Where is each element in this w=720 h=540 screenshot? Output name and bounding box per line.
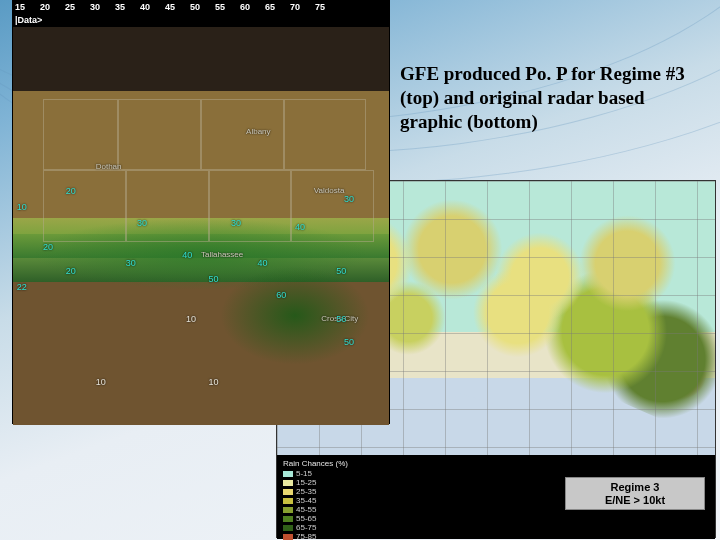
city-albany: Albany (246, 127, 270, 136)
ruler-tick: 30 (90, 2, 115, 15)
ruler-tick: 15 (15, 2, 40, 15)
legend-swatch (283, 516, 293, 522)
contour-20: 20 (66, 266, 76, 276)
legend-swatch (283, 507, 293, 513)
contour-50: 50 (344, 337, 354, 347)
legend-label: 35-45 (296, 497, 316, 505)
contour-56: 56 (336, 314, 346, 324)
contour-22: 22 (17, 282, 27, 292)
regime-label: Regime 3 E/NE > 10kt (565, 477, 705, 510)
contour-10: 10 (209, 377, 219, 387)
ruler: 15202530354045505560657075 (13, 1, 389, 15)
legend-row: 75-85 (283, 533, 709, 540)
contour-50: 50 (336, 266, 346, 276)
legend-swatch (283, 525, 293, 531)
contour-40: 40 (257, 258, 267, 268)
ruler-tick: 70 (290, 2, 315, 15)
contour-50: 50 (209, 274, 219, 284)
city-tallahassee: Tallahassee (201, 250, 243, 259)
legend-label: 75-85 (296, 533, 316, 540)
legend-swatch (283, 471, 293, 477)
regime-line2: E/NE > 10kt (570, 494, 700, 507)
contour-30: 30 (126, 258, 136, 268)
contour-10: 10 (17, 202, 27, 212)
ruler-tick: 50 (190, 2, 215, 15)
ruler-tick: 40 (140, 2, 165, 15)
legend-label: 55-65 (296, 515, 316, 523)
contour-30: 30 (231, 218, 241, 228)
contour-30: 30 (137, 218, 147, 228)
ruler-tick: 65 (265, 2, 290, 15)
legend-label: 45-55 (296, 506, 316, 514)
legend-title: Rain Chances (%) (283, 459, 709, 468)
city-dothan: Dothan (96, 162, 122, 171)
caption-text: GFE produced Po. P for Regime #3 (top) a… (400, 62, 690, 133)
city-valdosta: Valdosta (314, 186, 345, 195)
ruler-tick: 45 (165, 2, 190, 15)
contour-20: 20 (43, 242, 53, 252)
ruler-tick: 35 (115, 2, 140, 15)
contour-10: 10 (96, 377, 106, 387)
legend-swatch (283, 480, 293, 486)
legend-row: 65-75 (283, 524, 709, 532)
contour-30: 30 (344, 194, 354, 204)
radar-map-footer: Rain Chances (%) 5-1515-2525-3535-4545-5… (277, 455, 715, 539)
gfe-map-body: Albany Dothan Valdosta Tallahassee Cross… (13, 27, 389, 425)
contour-10: 10 (186, 314, 196, 324)
ruler-tick: 60 (240, 2, 265, 15)
ruler-tick: 20 (40, 2, 65, 15)
map-header: |Data> (13, 15, 389, 27)
contour-40: 40 (295, 222, 305, 232)
legend-swatch (283, 498, 293, 504)
ruler-tick: 25 (65, 2, 90, 15)
legend-label: 5-15 (296, 470, 312, 478)
regime-line1: Regime 3 (570, 481, 700, 494)
legend-label: 15-25 (296, 479, 316, 487)
ruler-tick: 75 (315, 2, 340, 15)
legend-swatch (283, 489, 293, 495)
legend-swatch (283, 534, 293, 540)
legend-row: 55-65 (283, 515, 709, 523)
gfe-map-top: 15202530354045505560657075 |Data> Albany… (12, 0, 390, 424)
legend-label: 65-75 (296, 524, 316, 532)
contour-40: 40 (182, 250, 192, 260)
ruler-tick: 55 (215, 2, 240, 15)
legend-label: 25-35 (296, 488, 316, 496)
contour-60: 60 (276, 290, 286, 300)
contour-20: 20 (66, 186, 76, 196)
